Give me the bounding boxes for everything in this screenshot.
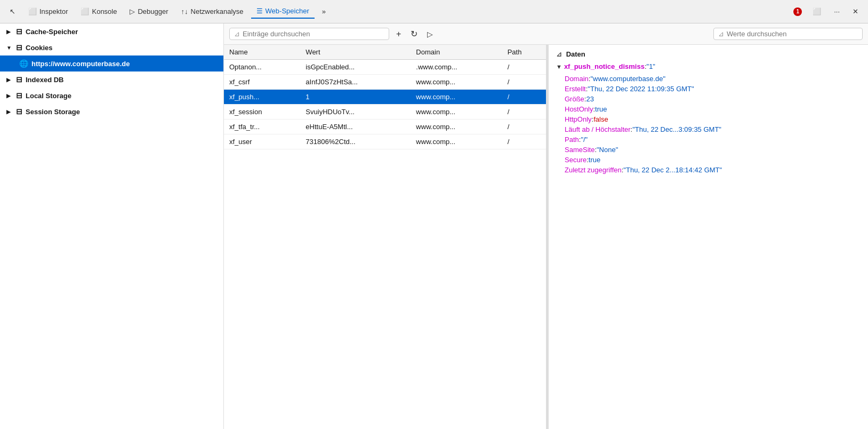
- chevron-right-double-icon: »: [322, 7, 326, 15]
- detail-top-row: ▼ xf_push_notice_dismiss : "1": [556, 62, 861, 70]
- close-icon: ✕: [853, 7, 858, 15]
- error-count: 1: [793, 7, 802, 16]
- cursor-icon: ↖: [10, 7, 15, 15]
- play-btn[interactable]: ▷: [424, 29, 436, 39]
- storage-icon: ☰: [256, 7, 263, 15]
- detail-row: Zuletzt zugegriffen:"Thu, 22 Dec 2...18:…: [565, 165, 861, 175]
- detail-row: HostOnly:true: [565, 104, 861, 114]
- table-container: Name Wert Domain Path Optanon...isGpcEna…: [224, 45, 546, 429]
- sidebar-item-sessionstorage[interactable]: ▶ ⊟ Session Storage: [0, 104, 223, 120]
- chevron-right-icon-3: ▶: [6, 93, 13, 99]
- cursor-tool-btn[interactable]: ↖: [4, 5, 21, 18]
- chevron-right-icon-4: ▶: [6, 109, 13, 115]
- search-entries-box[interactable]: ⊿: [229, 28, 389, 40]
- cookies-table: Name Wert Domain Path Optanon...isGpcEna…: [224, 45, 546, 149]
- sidebar-cookies-sub: 🌐 https://www.computerbase.de: [0, 55, 223, 72]
- filter-icon-2: ⊿: [718, 30, 724, 38]
- refresh-btn[interactable]: ↻: [408, 28, 420, 40]
- debugger-btn[interactable]: ▷ Debugger: [124, 5, 173, 18]
- search-entries-input[interactable]: [243, 30, 384, 38]
- sidebar-item-cache[interactable]: ▶ ⊟ Cache-Speicher: [0, 23, 223, 39]
- network-icon: ↑↓: [181, 7, 188, 15]
- overflow-btn[interactable]: ···: [829, 5, 845, 18]
- storage-btn[interactable]: ☰ Web-Speicher: [251, 4, 315, 19]
- detail-row: Läuft ab / Höchstalter:"Thu, 22 Dec...3:…: [565, 124, 861, 134]
- add-entry-btn[interactable]: +: [393, 28, 404, 40]
- close-btn[interactable]: ✕: [847, 5, 864, 18]
- table-row[interactable]: xf_sessionSvuiyHDUoTv...www.comp.../: [224, 105, 546, 120]
- sidebar-item-cookies[interactable]: ▼ ⊟ Cookies: [0, 39, 223, 55]
- details-panel: ⊿ Daten ▼ xf_push_notice_dismiss : "1" D…: [548, 45, 868, 429]
- cache-icon: ⊟: [16, 27, 22, 36]
- detail-row: Domain:"www.computerbase.de": [565, 74, 861, 84]
- table-row[interactable]: xf_csrfaInfJ0S7zHtSa...www.comp.../: [224, 75, 546, 90]
- col-wert: Wert: [300, 45, 411, 60]
- main-area: ▶ ⊟ Cache-Speicher ▼ ⊟ Cookies 🌐 https:/…: [0, 23, 868, 429]
- debugger-icon: ▷: [130, 7, 135, 15]
- chevron-down-icon: ▼: [6, 45, 13, 51]
- split-view-btn[interactable]: ⬜: [807, 5, 826, 18]
- details-header: ⊿ Daten: [556, 50, 861, 58]
- more-tools-btn[interactable]: »: [317, 5, 331, 18]
- sidebar-item-localstorage[interactable]: ▶ ⊟ Local Storage: [0, 88, 223, 104]
- table-row[interactable]: xf_user731806%2Ctd...www.comp.../: [224, 134, 546, 149]
- table-row[interactable]: xf_tfa_tr...eHttuE-A5Mtl...www.comp.../: [224, 120, 546, 134]
- detail-row: HttpOnly:false: [565, 114, 861, 124]
- console-icon: ⬜: [81, 7, 89, 15]
- sidebar-item-indexeddb[interactable]: ▶ ⊟ Indexed DB: [0, 72, 223, 88]
- inspector-btn[interactable]: ⬜ Inspektor: [23, 5, 73, 18]
- table-details-area: Name Wert Domain Path Optanon...isGpcEna…: [224, 45, 868, 429]
- chevron-right-icon: ▶: [6, 29, 13, 35]
- col-domain: Domain: [411, 45, 502, 60]
- split-icon: ⬜: [813, 7, 821, 15]
- details-rows: Domain:"www.computerbase.de"Erstellt:"Th…: [556, 74, 861, 175]
- localstorage-icon: ⊟: [16, 91, 22, 100]
- globe-icon: 🌐: [19, 59, 28, 68]
- content-area: ⊿ + ↻ ▷ ⊿ Name Wert Domain: [224, 23, 868, 429]
- sidebar: ▶ ⊟ Cache-Speicher ▼ ⊟ Cookies 🌐 https:/…: [0, 23, 224, 429]
- expand-arrow-icon: ▼: [556, 63, 562, 70]
- devtools-toolbar: ↖ ⬜ Inspektor ⬜ Konsole ▷ Debugger ↑↓ Ne…: [0, 0, 868, 23]
- detail-row: Path:"/": [565, 134, 861, 145]
- detail-row: Größe:23: [565, 94, 861, 104]
- inspector-icon: ⬜: [28, 7, 37, 15]
- detail-row: SameSite:"None": [565, 145, 861, 155]
- error-badge: 1: [790, 6, 805, 18]
- search-values-box[interactable]: ⊿: [713, 28, 863, 40]
- filter-icon: ⊿: [234, 30, 240, 38]
- col-name: Name: [224, 45, 300, 60]
- search-values-input[interactable]: [727, 30, 858, 38]
- col-path: Path: [502, 45, 546, 60]
- table-row[interactable]: Optanon...isGpcEnabled....www.comp.../: [224, 60, 546, 75]
- sessionstorage-icon: ⊟: [16, 107, 22, 116]
- table-toolbar: ⊿ + ↻ ▷ ⊿: [224, 23, 868, 45]
- detail-row: Secure:true: [565, 155, 861, 165]
- sidebar-item-cookies-url[interactable]: 🌐 https://www.computerbase.de: [0, 55, 223, 72]
- console-btn[interactable]: ⬜ Konsole: [75, 5, 122, 18]
- indexeddb-icon: ⊟: [16, 75, 22, 84]
- network-btn[interactable]: ↑↓ Netzwerkanalyse: [176, 5, 249, 18]
- cookies-icon: ⊟: [16, 43, 22, 52]
- filter-icon-3: ⊿: [556, 50, 562, 58]
- table-row[interactable]: xf_push...1www.comp.../: [224, 90, 546, 105]
- detail-row: Erstellt:"Thu, 22 Dec 2022 11:09:35 GMT": [565, 84, 861, 94]
- chevron-right-icon-2: ▶: [6, 77, 13, 83]
